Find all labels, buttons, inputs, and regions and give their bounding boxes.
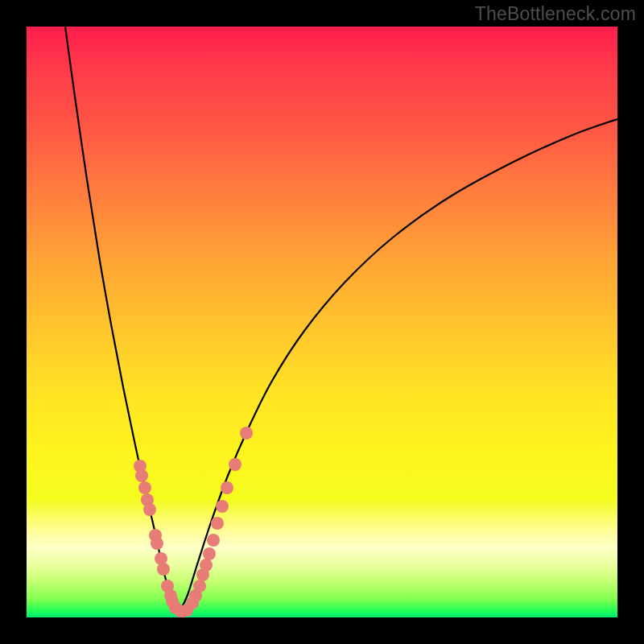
sample-point xyxy=(138,481,151,494)
outer-frame: TheBottleneck.com xyxy=(0,0,644,644)
sample-point xyxy=(229,458,242,471)
sample-point xyxy=(221,481,233,494)
sample-point xyxy=(203,547,216,560)
sample-point xyxy=(200,559,213,572)
watermark-text: TheBottleneck.com xyxy=(475,3,636,25)
sample-point xyxy=(240,427,253,440)
sample-point xyxy=(135,469,148,482)
curve-left xyxy=(65,27,180,612)
curve-right xyxy=(180,119,617,612)
sample-point xyxy=(157,563,170,576)
sample-markers xyxy=(134,427,253,617)
sample-point xyxy=(143,503,156,516)
sample-point xyxy=(207,534,220,547)
sample-point xyxy=(193,580,206,592)
sample-point xyxy=(151,537,163,550)
sample-point xyxy=(216,500,229,513)
plot-area xyxy=(27,27,617,617)
sample-point xyxy=(211,517,224,530)
chart-svg xyxy=(27,27,617,617)
